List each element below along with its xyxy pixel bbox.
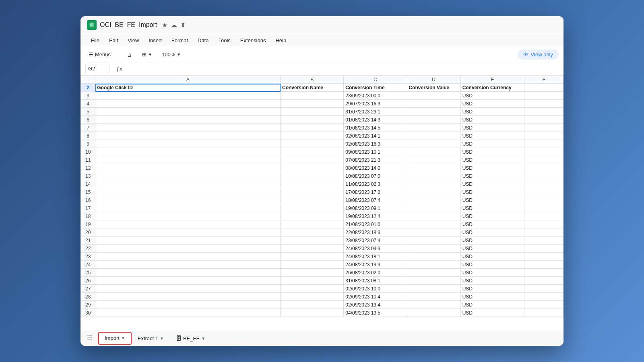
view-only-label: View only	[531, 51, 553, 58]
menu-extensions[interactable]: Extensions	[236, 36, 270, 45]
view-only-button[interactable]: 👁 View only	[518, 49, 559, 60]
table-row: 1517/08/2023 17:2USD	[81, 188, 564, 196]
row-num-2: 2	[81, 84, 95, 92]
table-row: 1719/08/2023 09:1USD	[81, 204, 564, 212]
doc-title: OCI_BE_FE_Import	[100, 21, 157, 29]
table-row: 3004/09/2023 13:5USD	[81, 309, 564, 317]
zoom-arrow: ▼	[177, 52, 181, 57]
menu-edit[interactable]: Edit	[105, 36, 122, 45]
menu-tools[interactable]: Tools	[214, 36, 234, 45]
sheet-tab-import[interactable]: Import ▼	[98, 332, 132, 345]
spreadsheet-area: A B C D E F 2 Google Click ID Conversion…	[80, 75, 564, 330]
sheet-tab-befe-arrow: ▼	[201, 336, 205, 341]
table-row: 2022/08/2023 18:3USD	[81, 228, 564, 237]
column-header-row: A B C D E F	[81, 76, 564, 84]
menu-help[interactable]: Help	[271, 36, 290, 45]
table-row: 1009/08/2023 10:1USD	[81, 148, 564, 156]
format-button[interactable]: ⊞ ▼	[139, 50, 155, 59]
svg-rect-2	[90, 25, 93, 25]
formula-fx-icon[interactable]: ƒx	[116, 66, 122, 72]
table-row: 1208/08/2023 14:0USD	[81, 164, 564, 172]
menu-bar: File Edit View Insert Format Data Tools …	[80, 34, 564, 47]
table-row: 2224/08/2023 04:3USD	[81, 245, 564, 253]
menus-label: Menus	[95, 51, 111, 58]
zoom-value: 100%	[162, 51, 175, 58]
table-row: 531/07/2023 23:1USD	[81, 108, 564, 116]
svg-rect-1	[90, 24, 93, 24]
sheet-tab-extract1[interactable]: Extract 1 ▼	[132, 332, 170, 345]
formula-bar: G2 ƒx	[80, 62, 564, 75]
table-row: 323/09/2023 00:0USD	[81, 92, 564, 100]
save-icon[interactable]: ⬆	[180, 21, 186, 29]
table-row: 429/07/2023 16:3USD	[81, 100, 564, 108]
menu-data[interactable]: Data	[194, 36, 213, 45]
sheet-tab-import-arrow: ▼	[121, 336, 125, 340]
cloud-icon[interactable]: ☁	[171, 21, 177, 29]
col-header-D[interactable]: D	[407, 76, 460, 84]
app-icon	[87, 20, 97, 30]
formula-input[interactable]	[126, 66, 559, 72]
sheet-tab-befe-label: BE_FE	[183, 335, 200, 341]
sheet-tabs-menu-icon[interactable]: ☰	[84, 333, 95, 344]
cell-B2[interactable]: Conversion Name	[281, 84, 344, 92]
table-row: 2324/08/2023 18:1USD	[81, 253, 564, 261]
grid-icon: ⊞	[142, 51, 147, 58]
db-icon: 🗄	[176, 335, 182, 341]
col-header-C[interactable]: C	[344, 76, 407, 84]
table-row: 1310/08/2023 07:0USD	[81, 172, 564, 180]
col-header-row	[81, 76, 95, 84]
toolbar-separator-1	[119, 51, 119, 59]
sheet-tab-extract1-label: Extract 1	[138, 335, 158, 341]
cell-C2[interactable]: Conversion Time	[344, 84, 407, 92]
data-row-2: 2 Google Click ID Conversion Name Conver…	[81, 84, 564, 92]
zoom-button[interactable]: 100% ▼	[159, 50, 184, 59]
menu-lines-icon: ☰	[89, 51, 93, 58]
menus-button[interactable]: ☰ Menus	[85, 50, 114, 59]
menu-file[interactable]: File	[87, 36, 103, 45]
table-row: 802/08/2023 14:1USD	[81, 132, 564, 140]
table-row: 2526/08/2023 02:0USD	[81, 269, 564, 277]
menu-format[interactable]: Format	[167, 36, 192, 45]
sheet-tab-befe[interactable]: 🗄 BE_FE ▼	[170, 332, 211, 345]
table-row: 2802/09/2023 10:4USD	[81, 293, 564, 301]
table-scroll-area[interactable]: A B C D E F 2 Google Click ID Conversion…	[80, 75, 564, 330]
table-row: 601/08/2023 14:3USD	[81, 116, 564, 124]
table-row: 2424/08/2023 19:3USD	[81, 261, 564, 269]
sheet-tab-import-label: Import	[105, 335, 120, 341]
title-bar: OCI_BE_FE_Import ★ ☁ ⬆	[80, 16, 564, 34]
table-row: 2702/09/2023 10:0USD	[81, 285, 564, 293]
cell-A2[interactable]: Google Click ID	[95, 84, 281, 92]
svg-rect-3	[90, 25, 92, 26]
table-row: 2631/08/2023 08:1USD	[81, 277, 564, 285]
sheet-tab-extract1-arrow: ▼	[160, 336, 164, 341]
formula-separator	[113, 65, 113, 73]
cell-E2[interactable]: Conversion Currency	[460, 84, 524, 92]
col-header-F[interactable]: F	[524, 76, 564, 84]
eye-icon: 👁	[523, 51, 528, 58]
table-row: 1921/08/2023 01:0USD	[81, 220, 564, 228]
spreadsheet-table: A B C D E F 2 Google Click ID Conversion…	[80, 75, 564, 317]
table-row: 2902/09/2023 13:4USD	[81, 301, 564, 309]
table-row: 1618/08/2023 07:4USD	[81, 196, 564, 204]
cell-F2[interactable]	[524, 84, 564, 92]
menu-view[interactable]: View	[124, 36, 143, 45]
col-header-A[interactable]: A	[95, 76, 281, 84]
star-icon[interactable]: ★	[162, 21, 167, 29]
col-header-E[interactable]: E	[460, 76, 524, 84]
table-row: 2123/08/2023 07:4USD	[81, 237, 564, 245]
menu-insert[interactable]: Insert	[144, 36, 166, 45]
print-button[interactable]: 🖨	[124, 50, 136, 59]
table-row: 701/08/2023 14:5USD	[81, 124, 564, 132]
table-row: 902/08/2023 16:3USD	[81, 140, 564, 148]
table-row: 1107/08/2023 21:3USD	[81, 156, 564, 164]
sheet-tabs-bar: ☰ Import ▼ Extract 1 ▼ 🗄 BE_FE ▼	[80, 330, 564, 346]
cell-reference[interactable]: G2	[85, 64, 109, 73]
cell-D2[interactable]: Conversion Value	[407, 84, 460, 92]
table-row: 1819/08/2023 12:4USD	[81, 212, 564, 220]
col-header-B[interactable]: B	[281, 76, 344, 84]
format-arrow: ▼	[148, 52, 152, 57]
app-window: OCI_BE_FE_Import ★ ☁ ⬆ File Edit View In…	[80, 16, 564, 346]
table-row: 1411/08/2023 02:3USD	[81, 180, 564, 188]
title-icons: ★ ☁ ⬆	[162, 21, 186, 29]
toolbar: ☰ Menus 🖨 ⊞ ▼ 100% ▼ 👁 View only	[80, 47, 564, 62]
